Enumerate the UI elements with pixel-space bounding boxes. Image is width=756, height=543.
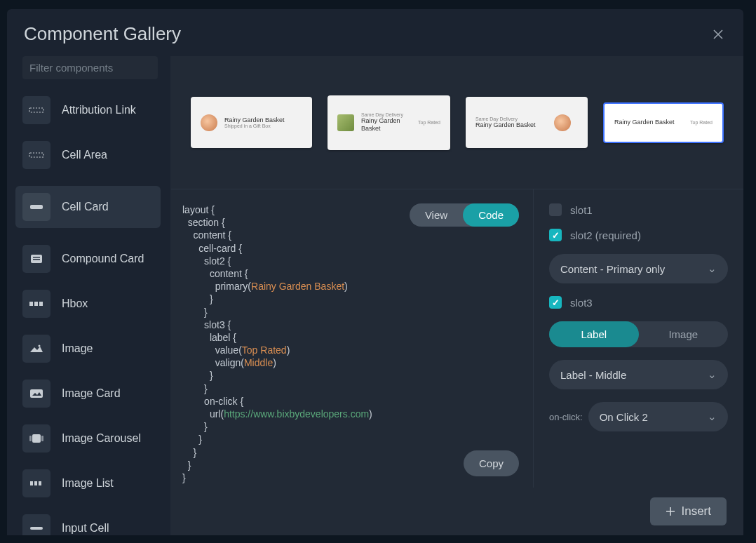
svg-rect-17 [39, 481, 41, 485]
onclick-label: on-click: [549, 412, 583, 422]
modal-header: Component Gallery [7, 9, 743, 56]
slot2-select[interactable]: Content - Primary only ⌄ [549, 254, 728, 283]
sidebar-item-image-carousel[interactable]: Image Carousel [22, 424, 170, 452]
component-list: Attribution Link Cell Area Cell Card [22, 96, 170, 535]
sidebar-item-cell-card[interactable]: Cell Card [15, 186, 161, 228]
sidebar-item-label: Image List [62, 477, 114, 490]
sidebar-item-label: Image Carousel [62, 432, 141, 445]
sidebar-item-compound-card[interactable]: Compound Card [22, 245, 170, 273]
preview-right-label: Top Rated [418, 120, 440, 125]
component-gallery-modal: Component Gallery Attribution Link [7, 9, 743, 535]
slot1-label: slot1 [570, 204, 593, 216]
sidebar: Attribution Link Cell Area Cell Card [7, 56, 171, 535]
preview-card-2[interactable]: Same Day Delivery Rainy Garden Basket To… [328, 95, 450, 150]
slot1-row: slot1 [549, 203, 728, 216]
view-code-toggle: View Code [410, 203, 519, 227]
code-panel: View Code layout { section { content { c… [171, 189, 533, 488]
sidebar-item-image-card[interactable]: Image Card [22, 380, 170, 408]
search-box[interactable] [22, 56, 158, 79]
svg-rect-15 [30, 481, 33, 485]
plus-icon [666, 507, 675, 516]
preview-card-1[interactable]: Rainy Garden Basket Shipped in a Gift Bo… [191, 97, 312, 148]
sidebar-item-label: Compound Card [62, 253, 144, 265]
sidebar-item-label: Image [62, 342, 93, 355]
modal-footer: Insert [171, 488, 743, 535]
slot3-toggle: Label Image [549, 321, 728, 347]
sidebar-item-label: Image Card [62, 387, 121, 400]
attribution-link-icon [22, 96, 50, 124]
code-block[interactable]: layout { section { content { cell-card {… [182, 203, 522, 484]
slot3-select[interactable]: Label - Middle ⌄ [549, 360, 728, 389]
svg-rect-1 [29, 108, 43, 112]
slot3-row: ✓ slot3 [549, 296, 728, 309]
chevron-down-icon: ⌄ [708, 410, 717, 423]
insert-button[interactable]: Insert [650, 497, 727, 525]
slot2-label: slot2 (required) [570, 229, 641, 241]
slot2-checkbox[interactable]: ✓ [549, 229, 562, 241]
svg-rect-6 [33, 259, 40, 260]
sidebar-item-label: Input Cell [62, 522, 109, 535]
image-list-icon [22, 469, 50, 497]
onclick-select[interactable]: On Click 2 ⌄ [588, 402, 728, 431]
svg-rect-11 [30, 389, 43, 398]
preview-thumb-icon [337, 114, 354, 131]
hbox-icon [22, 290, 50, 318]
sidebar-item-input-cell[interactable]: Input Cell [22, 514, 170, 535]
sidebar-item-image-list[interactable]: Image List [22, 469, 170, 497]
sidebar-item-hbox[interactable]: Hbox [22, 290, 170, 318]
preview-title: Rainy Garden Basket [224, 116, 302, 124]
input-cell-icon [22, 514, 50, 535]
svg-rect-18 [30, 527, 43, 530]
sidebar-item-attribution-link[interactable]: Attribution Link [22, 96, 170, 124]
sidebar-item-label: Cell Card [62, 201, 109, 213]
cell-area-icon [22, 141, 50, 169]
slot3-image-button[interactable]: Image [639, 321, 729, 347]
preview-overline: Same Day Delivery [361, 112, 418, 117]
onclick-select-value: On Click 2 [600, 411, 648, 423]
svg-rect-12 [32, 434, 41, 443]
svg-rect-14 [41, 436, 43, 441]
svg-rect-8 [34, 302, 38, 306]
close-button[interactable] [710, 26, 727, 43]
chevron-down-icon: ⌄ [708, 262, 717, 275]
preview-overline: Same Day Delivery [475, 116, 554, 121]
svg-rect-7 [29, 302, 33, 306]
insert-button-label: Insert [681, 504, 711, 518]
slot2-row: ✓ slot2 (required) [549, 229, 728, 241]
slot3-label: slot3 [570, 297, 593, 309]
search-input[interactable] [29, 62, 163, 74]
sidebar-item-label: Cell Area [62, 149, 107, 161]
image-carousel-icon [22, 424, 50, 452]
preview-card-4[interactable]: Rainy Garden Basket Top Rated [603, 102, 724, 143]
copy-button[interactable]: Copy [464, 450, 519, 476]
sidebar-item-label: Hbox [62, 297, 88, 310]
preview-thumb-icon [201, 114, 217, 131]
image-card-icon [22, 380, 50, 408]
modal-title: Component Gallery [24, 23, 181, 45]
svg-rect-3 [30, 205, 43, 209]
code-button[interactable]: Code [463, 203, 519, 227]
image-icon [22, 335, 50, 363]
compound-card-icon [22, 245, 50, 273]
preview-card-3[interactable]: Same Day Delivery Rainy Garden Basket [466, 97, 588, 148]
slot3-label-button[interactable]: Label [549, 321, 639, 347]
preview-subtitle: Shipped in a Gift Box [224, 123, 302, 128]
svg-rect-9 [39, 302, 43, 306]
modal-body: Attribution Link Cell Area Cell Card [7, 56, 743, 535]
editor-row: View Code layout { section { content { c… [171, 189, 743, 488]
slot1-checkbox[interactable] [549, 203, 562, 216]
preview-title: Rainy Garden Basket [361, 117, 418, 133]
main-panel: Rainy Garden Basket Shipped in a Gift Bo… [171, 56, 743, 535]
close-icon [713, 29, 724, 40]
svg-rect-5 [33, 257, 40, 258]
preview-thumb-icon [554, 114, 571, 131]
preview-strip: Rainy Garden Basket Shipped in a Gift Bo… [171, 56, 743, 189]
view-button[interactable]: View [410, 203, 463, 227]
sidebar-item-cell-area[interactable]: Cell Area [22, 141, 170, 169]
svg-rect-13 [29, 436, 32, 441]
svg-rect-16 [34, 481, 37, 485]
svg-rect-2 [29, 153, 43, 157]
slot3-checkbox[interactable]: ✓ [549, 296, 562, 309]
onclick-row: on-click: On Click 2 ⌄ [549, 402, 728, 431]
sidebar-item-image[interactable]: Image [22, 335, 170, 363]
